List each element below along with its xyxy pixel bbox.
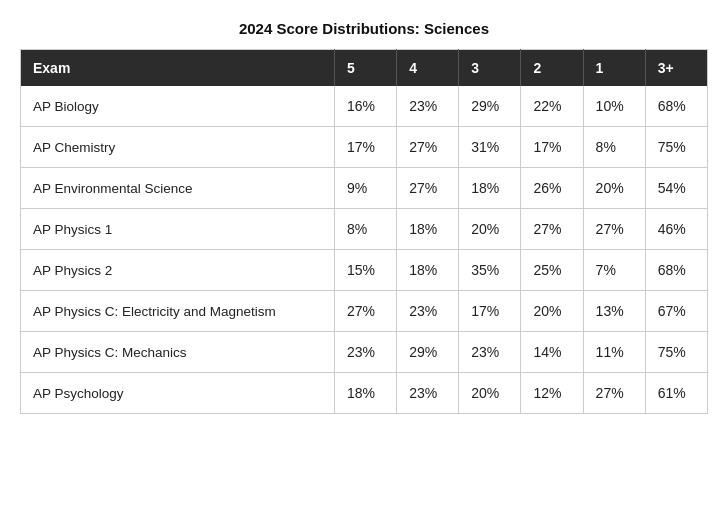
col-header-exam: Exam	[21, 50, 335, 87]
score-cell: 67%	[645, 291, 707, 332]
score-cell: 20%	[459, 209, 521, 250]
score-cell: 25%	[521, 250, 583, 291]
exam-name-cell: AP Physics 2	[21, 250, 335, 291]
score-cell: 31%	[459, 127, 521, 168]
score-cell: 26%	[521, 168, 583, 209]
score-cell: 35%	[459, 250, 521, 291]
score-cell: 17%	[521, 127, 583, 168]
main-container: 2024 Score Distributions: Sciences Exam …	[20, 20, 708, 414]
col-header-3: 3	[459, 50, 521, 87]
exam-name-cell: AP Physics C: Mechanics	[21, 332, 335, 373]
score-cell: 20%	[459, 373, 521, 414]
exam-name-cell: AP Biology	[21, 86, 335, 127]
exam-name-cell: AP Chemistry	[21, 127, 335, 168]
score-cell: 18%	[397, 209, 459, 250]
col-header-5: 5	[334, 50, 396, 87]
col-header-4: 4	[397, 50, 459, 87]
score-cell: 68%	[645, 250, 707, 291]
score-cell: 68%	[645, 86, 707, 127]
score-cell: 22%	[521, 86, 583, 127]
col-header-3plus: 3+	[645, 50, 707, 87]
score-cell: 18%	[334, 373, 396, 414]
score-cell: 9%	[334, 168, 396, 209]
table-row: AP Environmental Science9%27%18%26%20%54…	[21, 168, 708, 209]
score-cell: 29%	[459, 86, 521, 127]
score-cell: 16%	[334, 86, 396, 127]
score-cell: 75%	[645, 332, 707, 373]
score-cell: 7%	[583, 250, 645, 291]
table-row: AP Psychology18%23%20%12%27%61%	[21, 373, 708, 414]
score-cell: 54%	[645, 168, 707, 209]
score-cell: 61%	[645, 373, 707, 414]
score-cell: 18%	[459, 168, 521, 209]
exam-name-cell: AP Psychology	[21, 373, 335, 414]
score-cell: 23%	[397, 291, 459, 332]
score-cell: 17%	[459, 291, 521, 332]
score-cell: 27%	[397, 127, 459, 168]
score-cell: 20%	[521, 291, 583, 332]
table-row: AP Chemistry17%27%31%17%8%75%	[21, 127, 708, 168]
score-cell: 27%	[583, 373, 645, 414]
score-cell: 27%	[583, 209, 645, 250]
exam-name-cell: AP Environmental Science	[21, 168, 335, 209]
score-cell: 17%	[334, 127, 396, 168]
score-cell: 10%	[583, 86, 645, 127]
score-cell: 13%	[583, 291, 645, 332]
score-cell: 15%	[334, 250, 396, 291]
score-cell: 18%	[397, 250, 459, 291]
score-cell: 46%	[645, 209, 707, 250]
page-title: 2024 Score Distributions: Sciences	[20, 20, 708, 37]
table-row: AP Physics 18%18%20%27%27%46%	[21, 209, 708, 250]
table-row: AP Physics C: Electricity and Magnetism2…	[21, 291, 708, 332]
score-cell: 12%	[521, 373, 583, 414]
score-cell: 11%	[583, 332, 645, 373]
score-cell: 8%	[583, 127, 645, 168]
score-cell: 14%	[521, 332, 583, 373]
score-cell: 23%	[397, 86, 459, 127]
score-cell: 29%	[397, 332, 459, 373]
exam-name-cell: AP Physics C: Electricity and Magnetism	[21, 291, 335, 332]
col-header-2: 2	[521, 50, 583, 87]
score-cell: 75%	[645, 127, 707, 168]
table-row: AP Physics 215%18%35%25%7%68%	[21, 250, 708, 291]
exam-name-cell: AP Physics 1	[21, 209, 335, 250]
score-cell: 27%	[521, 209, 583, 250]
score-cell: 8%	[334, 209, 396, 250]
score-cell: 27%	[334, 291, 396, 332]
score-cell: 23%	[459, 332, 521, 373]
table-header-row: Exam 5 4 3 2 1 3+	[21, 50, 708, 87]
score-cell: 23%	[397, 373, 459, 414]
table-row: AP Biology16%23%29%22%10%68%	[21, 86, 708, 127]
table-row: AP Physics C: Mechanics23%29%23%14%11%75…	[21, 332, 708, 373]
score-distribution-table: Exam 5 4 3 2 1 3+ AP Biology16%23%29%22%…	[20, 49, 708, 414]
score-cell: 27%	[397, 168, 459, 209]
col-header-1: 1	[583, 50, 645, 87]
score-cell: 23%	[334, 332, 396, 373]
score-cell: 20%	[583, 168, 645, 209]
